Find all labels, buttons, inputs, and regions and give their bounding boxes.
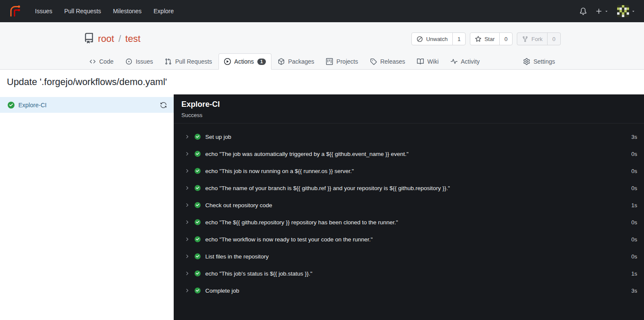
tab-code[interactable]: Code [84, 53, 119, 69]
notifications-button[interactable] [580, 8, 587, 15]
user-menu[interactable] [617, 5, 635, 17]
step-duration: 0s [631, 253, 637, 260]
success-check-icon [195, 270, 201, 276]
success-check-icon [195, 134, 201, 140]
package-icon [278, 58, 285, 65]
step-row[interactable]: Check out repository code 1s [174, 197, 644, 214]
nav-explore[interactable]: Explore [148, 4, 180, 18]
log-job-name: Explore-CI [181, 100, 636, 109]
chevron-right-icon [185, 151, 190, 156]
step-duration: 3s [631, 288, 637, 294]
code-icon [89, 58, 96, 65]
step-row[interactable]: echo "The workflow is now ready to test … [174, 231, 644, 248]
star-label: Star [484, 36, 495, 42]
stars-count[interactable]: 0 [499, 33, 512, 45]
nav-issues[interactable]: Issues [29, 4, 58, 18]
top-navbar: Issues Pull Requests Milestones Explore [0, 0, 644, 22]
success-check-icon [195, 168, 201, 174]
step-duration: 0s [631, 185, 637, 191]
book-icon [417, 58, 424, 65]
nav-milestones[interactable]: Milestones [107, 4, 148, 18]
tab-settings[interactable]: Settings [518, 53, 561, 69]
forks-count[interactable]: 0 [547, 33, 560, 45]
step-row[interactable]: List files in the repository 0s [174, 248, 644, 265]
unwatch-button[interactable]: Unwatch [412, 33, 452, 45]
repo-name-link[interactable]: test [125, 33, 140, 44]
repo-owner-link[interactable]: root [98, 33, 114, 44]
gear-icon [523, 58, 530, 65]
step-row[interactable]: echo "This job's status is ${{ job.statu… [174, 265, 644, 282]
actions-count-badge: 1 [257, 59, 266, 65]
chevron-right-icon [185, 134, 190, 139]
forgejo-logo[interactable] [9, 5, 21, 18]
pulse-icon [451, 58, 458, 65]
star-button[interactable]: Star [470, 33, 499, 45]
chevron-down-icon [631, 9, 635, 13]
issue-icon [125, 58, 132, 65]
page-title: Update '.forgejo/workflows/demo.yaml' [7, 76, 637, 88]
star-button-group: Star 0 [470, 32, 513, 45]
tab-pull-requests[interactable]: Pull Requests [159, 53, 217, 69]
chevron-down-icon [604, 9, 609, 13]
log-header: Explore-CI Success [174, 94, 644, 123]
tab-packages[interactable]: Packages [272, 53, 320, 69]
job-name: Explore-CI [18, 102, 156, 109]
step-row[interactable]: echo "The name of your branch is ${{ git… [174, 179, 644, 197]
step-duration: 0s [631, 168, 637, 174]
step-row[interactable]: Complete job 3s [174, 282, 644, 299]
chevron-right-icon [185, 237, 190, 242]
tab-projects[interactable]: Projects [321, 53, 364, 69]
log-panel: Explore-CI Success Set up job 3s echo "T… [174, 94, 644, 320]
chevron-right-icon [185, 168, 190, 173]
run-page: Update '.forgejo/workflows/demo.yaml' Ex… [0, 70, 644, 320]
project-icon [326, 58, 333, 65]
step-row[interactable]: echo "The ${{ github.repository }} repos… [174, 214, 644, 231]
plus-icon [595, 8, 603, 15]
jobs-sidebar: Explore-CI [0, 94, 174, 320]
avatar [617, 5, 629, 17]
repo-separator: / [118, 33, 121, 44]
tab-releases[interactable]: Releases [364, 53, 411, 69]
success-check-icon [195, 288, 201, 294]
step-duration: 1s [631, 270, 637, 277]
tab-wiki[interactable]: Wiki [411, 53, 444, 69]
job-item-explore-ci[interactable]: Explore-CI [0, 97, 174, 113]
step-duration: 0s [631, 236, 637, 243]
fork-button[interactable]: Fork [517, 33, 547, 45]
tab-actions[interactable]: Actions 1 [219, 53, 271, 70]
bell-icon [580, 8, 587, 15]
step-row[interactable]: echo "The job was automatically triggere… [174, 145, 644, 162]
nav-pull-requests[interactable]: Pull Requests [58, 4, 107, 18]
repo-icon [84, 33, 94, 45]
steps-list: Set up job 3s echo "The job was automati… [174, 123, 644, 320]
star-icon [475, 36, 481, 42]
chevron-right-icon [185, 271, 190, 276]
chevron-right-icon [185, 203, 190, 208]
tab-activity[interactable]: Activity [445, 53, 485, 69]
repo-action-buttons: Unwatch 1 Star 0 Fork [411, 32, 560, 45]
chevron-right-icon [185, 185, 190, 191]
repo-title-row: root / test Unwatch 1 Star [84, 22, 561, 46]
navbar-right [580, 5, 635, 17]
pull-request-icon [165, 58, 172, 65]
success-check-icon [195, 151, 201, 157]
success-check-icon [195, 236, 201, 242]
success-check-icon [195, 253, 201, 259]
tab-issues[interactable]: Issues [120, 53, 158, 69]
watchers-count[interactable]: 1 [452, 33, 465, 45]
success-check-icon [8, 102, 15, 109]
chevron-right-icon [185, 220, 190, 225]
fork-icon [522, 36, 528, 42]
step-row[interactable]: Set up job 3s [174, 128, 644, 145]
sync-icon [160, 102, 167, 109]
rerun-job-button[interactable] [160, 102, 167, 109]
step-duration: 3s [631, 134, 637, 140]
repo-header: root / test Unwatch 1 Star [0, 22, 644, 70]
step-duration: 1s [631, 202, 637, 208]
log-job-status: Success [181, 112, 636, 118]
fork-button-group: Fork 0 [517, 32, 560, 45]
step-row[interactable]: echo "This job is now running on a ${{ r… [174, 162, 644, 179]
repo-tab-bar: Code Issues Pull Requests Actions 1 [84, 53, 561, 69]
create-new-menu[interactable] [595, 8, 609, 15]
forgejo-app: Issues Pull Requests Milestones Explore … [0, 0, 644, 320]
